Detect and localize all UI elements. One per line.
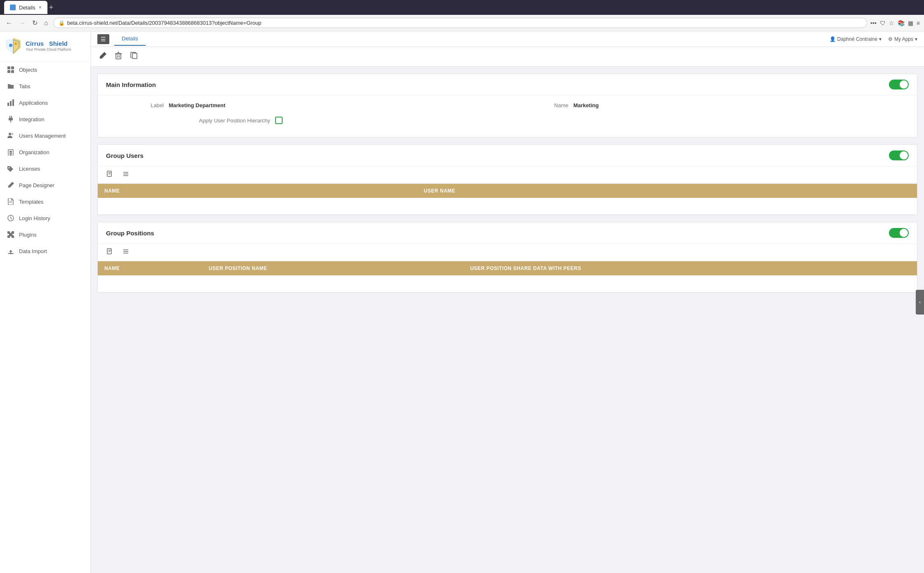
- content-area: Main Information Label Marketing Departm…: [91, 67, 924, 573]
- sidebar-item-users-management[interactable]: Users Management: [0, 127, 90, 144]
- top-bar-right: 👤 Daphné Contraine ▾ ⚙ My Apps ▾: [830, 36, 917, 42]
- reader-button[interactable]: ▦: [908, 20, 913, 26]
- user-caret-icon: ▾: [879, 36, 882, 42]
- sidebar-label-applications: Applications: [19, 100, 48, 106]
- my-apps-button[interactable]: ⚙ My Apps ▾: [888, 36, 917, 42]
- sidebar-label-integration: Integration: [19, 116, 44, 122]
- address-url: beta.cirrus-shield.net/Data/Details/2003…: [67, 20, 262, 26]
- sidebar-label-plugins: Plugins: [19, 232, 37, 238]
- delete-button[interactable]: [113, 50, 124, 63]
- more-options-button[interactable]: •••: [870, 20, 877, 26]
- group-positions-table: NAME USER POSITION NAME USER POSITION SH…: [98, 261, 917, 292]
- library-button[interactable]: 📚: [898, 20, 905, 26]
- copy-button[interactable]: [129, 50, 139, 63]
- hamburger-button[interactable]: ☰: [97, 34, 109, 44]
- name-field-value: Marketing: [573, 102, 599, 108]
- group-users-new-button[interactable]: [104, 170, 116, 180]
- sidebar-item-page-designer[interactable]: Page Designer: [0, 177, 90, 193]
- user-name: Daphné Contraine: [837, 36, 877, 42]
- sidebar-item-templates[interactable]: Templates: [0, 193, 90, 210]
- plug-icon: [7, 115, 15, 123]
- pen-icon: [7, 181, 15, 189]
- svg-point-17: [12, 133, 14, 135]
- collapse-sidebar-button[interactable]: ‹: [916, 290, 924, 315]
- lock-icon: 🔒: [59, 20, 65, 26]
- name-field-label: Name: [511, 102, 568, 108]
- clock-icon: [7, 214, 15, 222]
- svg-rect-22: [11, 153, 12, 154]
- group-positions-thead: NAME USER POSITION NAME USER POSITION SH…: [98, 261, 917, 275]
- pos-col-name: NAME: [98, 261, 202, 275]
- sidebar-label-tabs: Tabs: [19, 83, 30, 89]
- tab-details-label: Details: [122, 35, 138, 42]
- svg-rect-5: [7, 66, 10, 69]
- sidebar-item-data-import[interactable]: Data Import: [0, 243, 90, 259]
- svg-rect-12: [9, 116, 10, 118]
- sidebar-logo: Cirrus Shield Your Private Cloud Platfor…: [0, 31, 90, 61]
- active-tab[interactable]: Details ×: [4, 1, 47, 14]
- menu-button[interactable]: ≡: [917, 20, 920, 26]
- svg-point-3: [9, 44, 12, 47]
- tab-title: Details: [19, 5, 35, 11]
- group-positions-toggle-knob: [900, 229, 908, 237]
- svg-rect-21: [9, 153, 11, 154]
- pos-col-user-position-name: USER POSITION NAME: [202, 261, 464, 275]
- forward-button[interactable]: →: [17, 18, 27, 28]
- sidebar-label-objects: Objects: [19, 67, 37, 73]
- sidebar-item-applications[interactable]: Applications: [0, 94, 90, 111]
- group-users-toggle[interactable]: [889, 150, 909, 160]
- sidebar-item-plugins[interactable]: Plugins: [0, 226, 90, 243]
- apply-hierarchy-checkbox[interactable]: [275, 117, 283, 124]
- shield-button[interactable]: 🛡: [880, 20, 886, 26]
- group-positions-new-button[interactable]: [104, 247, 116, 258]
- logo-icon: [6, 38, 22, 54]
- group-positions-empty-row: [98, 275, 917, 292]
- svg-rect-13: [11, 116, 12, 118]
- home-button[interactable]: ⌂: [42, 18, 50, 28]
- logo-line2: Shield: [49, 40, 68, 47]
- sidebar-item-tabs[interactable]: Tabs: [0, 78, 90, 94]
- group-positions-title: Group Positions: [106, 230, 154, 237]
- name-field-row: Name Marketing: [511, 102, 909, 108]
- nav-actions: ••• 🛡 ☆ 📚 ▦ ≡: [870, 20, 920, 26]
- tag-icon: [7, 164, 15, 173]
- label-field-label: Label: [106, 102, 164, 108]
- main-information-section: Main Information Label Marketing Departm…: [97, 73, 917, 138]
- building-icon: [7, 148, 15, 156]
- group-users-list-button[interactable]: [120, 170, 132, 180]
- apps-caret-icon: ▾: [915, 36, 917, 42]
- refresh-button[interactable]: ↻: [31, 17, 39, 28]
- sidebar-item-licenses[interactable]: Licenses: [0, 160, 90, 177]
- tab-bar: Details × +: [4, 1, 53, 14]
- sidebar-item-organization[interactable]: Organization: [0, 144, 90, 160]
- group-positions-list-button[interactable]: [120, 247, 132, 258]
- main-info-toggle[interactable]: [889, 80, 909, 89]
- group-users-section: Group Users: [97, 144, 917, 215]
- tab-details[interactable]: Details: [114, 32, 146, 46]
- new-tab-button[interactable]: +: [49, 3, 54, 12]
- sidebar-item-objects[interactable]: Objects: [0, 61, 90, 78]
- svg-rect-6: [11, 66, 14, 69]
- toggle-knob: [900, 80, 908, 89]
- svg-rect-15: [10, 120, 11, 122]
- tab-close-button[interactable]: ×: [39, 5, 42, 10]
- group-users-empty-row: [98, 198, 917, 215]
- sidebar-item-integration[interactable]: Integration: [0, 111, 90, 127]
- group-users-tbody: [98, 198, 917, 215]
- bookmark-button[interactable]: ☆: [889, 20, 894, 26]
- svg-rect-19: [9, 151, 11, 152]
- back-button[interactable]: ←: [4, 18, 14, 28]
- group-positions-toggle[interactable]: [889, 228, 909, 238]
- puzzle-icon: [7, 230, 15, 239]
- user-info[interactable]: 👤 Daphné Contraine ▾: [830, 36, 882, 42]
- edit-button[interactable]: [97, 50, 108, 63]
- svg-line-29: [11, 218, 12, 219]
- group-positions-subtoolbar: [98, 244, 917, 261]
- svg-rect-20: [11, 151, 12, 152]
- group-positions-header: Group Positions: [98, 222, 917, 244]
- nav-bar: ← → ↻ ⌂ 🔒 beta.cirrus-shield.net/Data/De…: [0, 15, 924, 31]
- label-field-row: Label Marketing Department: [106, 102, 504, 108]
- address-bar[interactable]: 🔒 beta.cirrus-shield.net/Data/Details/20…: [53, 18, 867, 28]
- apply-hierarchy-label: Apply User Position Hierarchy: [114, 117, 275, 124]
- sidebar-item-login-history[interactable]: Login History: [0, 210, 90, 226]
